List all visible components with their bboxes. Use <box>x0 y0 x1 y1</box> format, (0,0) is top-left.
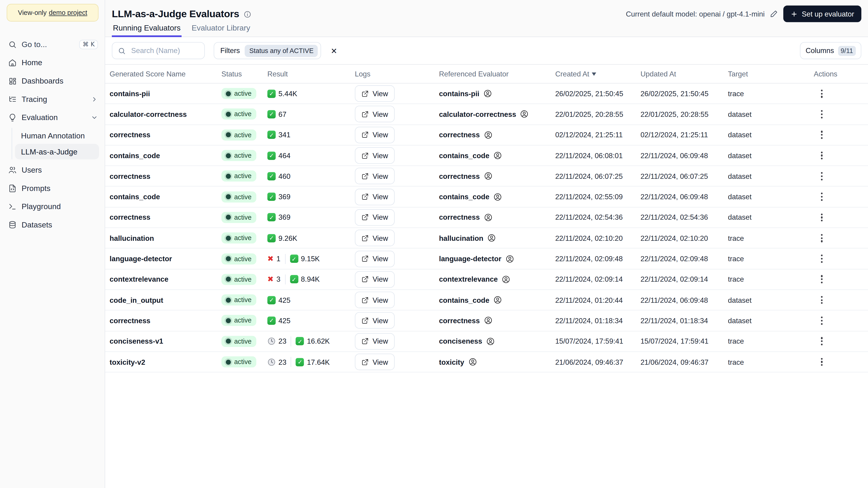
view-logs-button[interactable]: View <box>355 333 395 350</box>
target-cell: dataset <box>728 193 814 201</box>
view-logs-button[interactable]: View <box>355 86 395 102</box>
view-logs-button[interactable]: View <box>355 251 395 267</box>
row-actions-menu-button[interactable] <box>818 293 826 307</box>
row-actions-menu-button[interactable] <box>818 334 826 349</box>
referenced-evaluator-cell[interactable]: correctness <box>439 130 555 139</box>
search-box[interactable] <box>112 42 205 59</box>
view-logs-button[interactable]: View <box>355 292 395 308</box>
page-header: LLM-as-a-Judge Evaluators Current defaul… <box>105 0 868 37</box>
col-referenced-evaluator[interactable]: Referenced Evaluator <box>439 70 555 78</box>
set-up-evaluator-button[interactable]: Set up evaluator <box>783 5 861 22</box>
view-logs-button[interactable]: View <box>355 147 395 164</box>
filters-button[interactable]: Filters Status any of ACTIVE <box>214 42 321 59</box>
col-logs[interactable]: Logs <box>355 70 439 78</box>
sidebar-item-human-annotation[interactable]: Human Annotation <box>15 128 99 143</box>
table-row[interactable]: language-detector active ✖ 1 ✓ 9.15K Vi <box>105 249 868 269</box>
col-result[interactable]: Result <box>267 70 355 78</box>
sidebar-item-prompts[interactable]: Prompts <box>0 179 105 197</box>
target-cell: dataset <box>728 296 814 304</box>
row-actions-menu-button[interactable] <box>818 231 826 246</box>
col-updated-at[interactable]: Updated At <box>641 70 728 78</box>
search-input[interactable] <box>130 46 199 55</box>
sidebar-item-llm-as-a-judge[interactable]: LLM-as-a-Judge <box>15 144 99 159</box>
edit-pencil-icon[interactable] <box>770 10 778 18</box>
row-actions-menu-button[interactable] <box>818 86 826 101</box>
row-actions-menu-button[interactable] <box>818 313 826 328</box>
referenced-evaluator-cell[interactable]: hallucination <box>439 234 555 242</box>
sidebar-item-goto[interactable]: Go to... ⌘ K <box>0 35 105 53</box>
table-row[interactable]: correctness active ✓ 425 View correctne <box>105 311 868 331</box>
user-circle-icon <box>487 234 496 242</box>
sidebar-item-evaluation[interactable]: Evaluation <box>0 108 105 126</box>
table-row[interactable]: conciseness-v1 active 23 ✓ 16.62K <box>105 331 868 352</box>
view-logs-button[interactable]: View <box>355 271 395 288</box>
referenced-evaluator-cell[interactable]: contains-pii <box>439 89 555 98</box>
table-row[interactable]: code_in_output active ✓ 425 View contai <box>105 290 868 311</box>
row-actions-menu-button[interactable] <box>818 127 826 142</box>
view-logs-button[interactable]: View <box>355 106 395 123</box>
referenced-evaluator-cell[interactable]: correctness <box>439 172 555 181</box>
actions-cell <box>814 354 868 369</box>
sidebar-item-tracing[interactable]: Tracing <box>0 90 105 108</box>
sidebar-nav: Go to... ⌘ K Home Dashboards Tracing Eva… <box>0 35 105 233</box>
sidebar-item-home[interactable]: Home <box>0 54 105 71</box>
referenced-evaluator-cell[interactable]: language-detector <box>439 254 555 263</box>
referenced-evaluator-cell[interactable]: contains_code <box>439 151 555 160</box>
table-row[interactable]: correctness active ✓ 369 View correctne <box>105 207 868 228</box>
referenced-evaluator-cell[interactable]: calculator-correctness <box>439 110 555 119</box>
status-badge: active <box>221 232 256 243</box>
table-row[interactable]: correctness active ✓ 341 View correctne <box>105 125 868 145</box>
row-actions-menu-button[interactable] <box>818 189 826 204</box>
table-row[interactable]: contains_code active ✓ 369 View contain <box>105 187 868 207</box>
created-at-cell: 22/11/2024, 02:09:14 <box>555 275 641 284</box>
view-logs-button[interactable]: View <box>355 127 395 143</box>
col-generated-score-name[interactable]: Generated Score Name <box>110 70 221 78</box>
table-row[interactable]: toxicity-v2 active 23 ✓ 17.64K <box>105 352 868 372</box>
view-logs-button[interactable]: View <box>355 168 395 184</box>
row-actions-menu-button[interactable] <box>818 354 826 369</box>
view-logs-button[interactable]: View <box>355 209 395 226</box>
row-actions-menu-button[interactable] <box>818 251 826 266</box>
table-row[interactable]: calculator-correctness active ✓ 67 View <box>105 104 868 125</box>
referenced-evaluator-cell[interactable]: correctness <box>439 213 555 222</box>
kebab-dot <box>821 237 823 239</box>
table-row[interactable]: hallucination active ✓ 9.26K View hallu <box>105 228 868 249</box>
error-cross-icon: ✖ <box>267 276 274 283</box>
table-row[interactable]: correctness active ✓ 460 View correctne <box>105 166 868 187</box>
col-status[interactable]: Status <box>221 70 267 78</box>
view-logs-button[interactable]: View <box>355 313 395 329</box>
check-icon: ✓ <box>267 296 276 304</box>
row-actions-menu-button[interactable] <box>818 210 826 225</box>
referenced-evaluator-cell[interactable]: contains_code <box>439 192 555 201</box>
referenced-evaluator-cell[interactable]: conciseness <box>439 337 555 346</box>
database-icon <box>8 221 17 229</box>
tab-evaluator-library[interactable]: Evaluator Library <box>191 23 251 37</box>
row-actions-menu-button[interactable] <box>818 148 826 163</box>
table-row[interactable]: contains_code active ✓ 464 View contain <box>105 145 868 166</box>
columns-button[interactable]: Columns 9/11 <box>800 42 861 59</box>
demo-project-link[interactable]: demo project <box>49 9 87 17</box>
clear-filters-button[interactable]: ✕ <box>329 44 340 57</box>
sidebar-item-dashboards[interactable]: Dashboards <box>0 72 105 90</box>
col-created-at[interactable]: Created At <box>555 70 641 78</box>
view-logs-button[interactable]: View <box>355 354 395 370</box>
row-actions-menu-button[interactable] <box>818 169 826 184</box>
referenced-evaluator-cell[interactable]: contextrelevance <box>439 275 555 284</box>
sidebar-item-datasets[interactable]: Datasets <box>0 216 105 233</box>
view-logs-button[interactable]: View <box>355 230 395 246</box>
target-cell: trace <box>728 234 814 242</box>
main-content: LLM-as-a-Judge Evaluators Current defaul… <box>105 0 868 488</box>
view-logs-button[interactable]: View <box>355 189 395 205</box>
sidebar-item-users[interactable]: Users <box>0 161 105 179</box>
table-row[interactable]: contains-pii active ✓ 5.44K View contai <box>105 84 868 104</box>
row-actions-menu-button[interactable] <box>818 107 826 122</box>
referenced-evaluator-cell[interactable]: contains_code <box>439 296 555 304</box>
table-row[interactable]: contextrelevance active ✖ 3 ✓ 8.94K Vie <box>105 269 868 290</box>
tab-running-evaluators[interactable]: Running Evaluators <box>112 23 182 37</box>
referenced-evaluator-cell[interactable]: correctness <box>439 316 555 325</box>
sidebar-item-playground[interactable]: Playground <box>0 198 105 215</box>
referenced-evaluator-cell[interactable]: toxicity <box>439 357 555 366</box>
referenced-evaluator-name: contains-pii <box>439 90 479 98</box>
row-actions-menu-button[interactable] <box>818 272 826 287</box>
col-target[interactable]: Target <box>728 70 814 78</box>
